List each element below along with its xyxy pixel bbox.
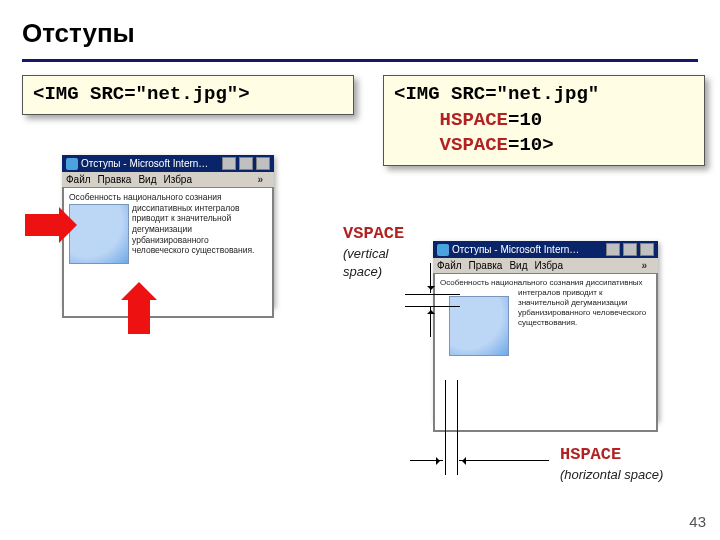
guide-line (405, 294, 460, 295)
menu-bar: ФайлПравкаВидИзбра» (62, 172, 274, 188)
browser-content: Особенность национального сознания дисси… (62, 188, 274, 318)
minimize-icon (222, 157, 236, 170)
maximize-icon (623, 243, 637, 256)
close-icon (640, 243, 654, 256)
ie-icon (437, 244, 449, 256)
vspace-label: VSPACE(vertical space) (343, 224, 423, 280)
menu-bar: ФайлПравкаВидИзбра» (433, 258, 658, 274)
code-box-basic: <IMG SRC="net.jpg"> (22, 75, 354, 115)
paragraph-head: Особенность национального сознания дисси… (440, 278, 643, 287)
hspace-label: HSPACE(horizontal space) (560, 445, 680, 483)
slide-title: Отступы (0, 0, 720, 55)
close-icon (256, 157, 270, 170)
browser-example-no-spacing: Отступы - Microsoft Intern… ФайлПравкаВи… (62, 155, 274, 307)
ie-icon (66, 158, 78, 170)
dimension-arrow-icon (430, 263, 431, 293)
browser-example-with-spacing: Отступы - Microsoft Intern… ФайлПравкаВи… (433, 241, 658, 421)
window-title: Отступы - Microsoft Intern… (452, 244, 579, 255)
code-box-hspace-vspace: <IMG SRC="net.jpg" HSPACE=10 VSPACE=10> (383, 75, 705, 166)
sample-image (449, 296, 509, 356)
guide-line (445, 380, 446, 475)
pointer-arrow-right-icon (25, 214, 59, 236)
maximize-icon (239, 157, 253, 170)
window-titlebar: Отступы - Microsoft Intern… (433, 241, 658, 258)
page-number: 43 (689, 513, 706, 530)
dimension-arrow-icon (430, 307, 431, 337)
title-underline (22, 59, 698, 62)
browser-content: Особенность национального сознания дисси… (433, 274, 658, 432)
chevron-icon: » (641, 260, 647, 271)
window-title: Отступы - Microsoft Intern… (81, 158, 208, 169)
dimension-arrow-icon (459, 460, 549, 461)
paragraph-tail: интегралов приводит к значительной дегум… (518, 288, 646, 327)
chevron-icon: » (257, 174, 263, 185)
dimension-arrow-icon (410, 460, 443, 461)
pointer-arrow-up-icon (128, 300, 150, 334)
window-titlebar: Отступы - Microsoft Intern… (62, 155, 274, 172)
sample-image (69, 204, 129, 264)
minimize-icon (606, 243, 620, 256)
